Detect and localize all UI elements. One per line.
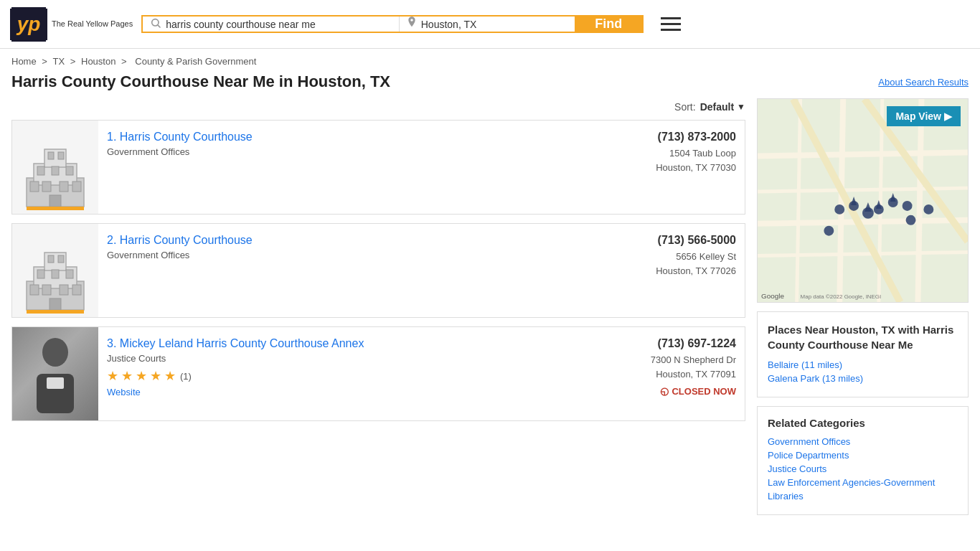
svg-rect-29 bbox=[27, 310, 84, 314]
svg-rect-6 bbox=[42, 182, 51, 192]
hamburger-line bbox=[661, 29, 681, 31]
svg-rect-19 bbox=[30, 285, 39, 295]
svg-rect-10 bbox=[52, 166, 59, 175]
logo-area: yp The Real Yellow Pages bbox=[11, 7, 133, 42]
map-svg: Google Map data ©2022 Google, INEGI bbox=[758, 99, 968, 302]
sidebar: Google Map data ©2022 Google, INEGI Map … bbox=[757, 98, 969, 515]
breadcrumb-category: County & Parish Government bbox=[135, 56, 256, 67]
map-view-arrow-icon: ▶ bbox=[944, 110, 952, 122]
svg-rect-23 bbox=[37, 270, 44, 278]
result-right-1: (713) 873-2000 1504 Taub Loop Houston, T… bbox=[616, 121, 745, 214]
svg-point-55 bbox=[834, 204, 844, 215]
result-name-link-3[interactable]: 3. Mickey Leland Harris County Courthous… bbox=[107, 337, 364, 349]
related-link-2[interactable]: Justice Courts bbox=[768, 463, 958, 474]
svg-point-53 bbox=[906, 215, 916, 225]
svg-rect-27 bbox=[58, 255, 64, 263]
nearby-title: Places Near Houston, TX with Harris Coun… bbox=[768, 322, 958, 352]
svg-point-54 bbox=[824, 226, 834, 236]
svg-line-34 bbox=[758, 152, 968, 156]
result-name-1: Harris County Courthouse bbox=[120, 131, 253, 143]
result-phone-3[interactable]: (713) 697-1224 bbox=[624, 337, 736, 350]
nearby-distance-0: (11 miles) bbox=[801, 359, 842, 370]
svg-line-36 bbox=[758, 220, 968, 224]
svg-rect-7 bbox=[60, 182, 68, 192]
result-number-1: 1. bbox=[107, 131, 116, 143]
breadcrumb-home[interactable]: Home bbox=[11, 56, 37, 67]
about-search-results-link[interactable]: About Search Results bbox=[878, 77, 969, 88]
svg-text:Map data ©2022 Google, INEGI: Map data ©2022 Google, INEGI bbox=[801, 293, 882, 300]
related-title: Related Categories bbox=[768, 417, 958, 429]
result-category-2: Government Offices bbox=[107, 250, 607, 260]
nearby-name-1: Galena Park bbox=[768, 373, 819, 384]
location-input[interactable] bbox=[421, 19, 567, 30]
location-icon bbox=[407, 17, 417, 32]
title-row: Harris County Courthouse Near Me in Hous… bbox=[0, 70, 980, 98]
svg-line-1 bbox=[158, 25, 160, 27]
breadcrumb: Home > TX > Houston > County & Parish Go… bbox=[0, 49, 980, 70]
map-area[interactable]: Google Map data ©2022 Google, INEGI Map … bbox=[757, 98, 969, 303]
star-5-half: ★ bbox=[164, 368, 176, 384]
result-card-3: 3. Mickey Leland Harris County Courthous… bbox=[11, 326, 745, 421]
search-input[interactable] bbox=[166, 19, 392, 30]
yp-tagline: The Real Yellow Pages bbox=[52, 19, 133, 29]
star-1: ★ bbox=[107, 368, 118, 384]
nearby-link-0[interactable]: Bellaire (11 miles) bbox=[768, 359, 958, 370]
related-link-0[interactable]: Government Offices bbox=[768, 436, 958, 447]
svg-rect-12 bbox=[48, 152, 54, 159]
svg-rect-5 bbox=[30, 182, 39, 192]
result-address-1: 1504 Taub Loop Houston, TX 77030 bbox=[624, 146, 736, 174]
breadcrumb-sep: > bbox=[42, 56, 50, 67]
hamburger-line bbox=[661, 23, 681, 25]
results-list: Sort: Default ▼ bbox=[11, 98, 745, 515]
page-title: Harris County Courthouse Near Me in Hous… bbox=[11, 72, 390, 91]
map-view-button[interactable]: Map View ▶ bbox=[887, 106, 961, 126]
result-card-1: 1. Harris County Courthouse Government O… bbox=[11, 120, 745, 215]
result-photo-3 bbox=[12, 327, 98, 420]
find-button[interactable]: Find bbox=[575, 17, 642, 32]
breadcrumb-sep: > bbox=[121, 56, 129, 67]
related-link-3[interactable]: Law Enforcement Agencies-Government bbox=[768, 477, 958, 488]
result-body-1: 1. Harris County Courthouse Government O… bbox=[98, 121, 616, 214]
hamburger-menu[interactable] bbox=[661, 17, 681, 31]
person-silhouette bbox=[27, 334, 84, 413]
result-phone-2[interactable]: (713) 566-5000 bbox=[624, 234, 736, 247]
result-number-3: 3. bbox=[107, 337, 116, 349]
svg-rect-14 bbox=[50, 195, 61, 207]
sort-chevron-icon[interactable]: ▼ bbox=[737, 102, 745, 112]
result-name-2: Harris County Courthouse bbox=[120, 234, 253, 246]
svg-rect-15 bbox=[27, 207, 84, 210]
breadcrumb-city[interactable]: Houston bbox=[81, 56, 116, 67]
result-name-link-1[interactable]: 1. Harris County Courthouse bbox=[107, 131, 253, 143]
search-icon bbox=[150, 17, 161, 31]
star-2: ★ bbox=[121, 368, 133, 384]
logo-box: yp bbox=[11, 7, 46, 42]
sort-row: Sort: Default ▼ bbox=[11, 98, 745, 120]
result-image-1 bbox=[12, 121, 98, 214]
result-right-3: (713) 697-1224 7300 N Shepherd Dr Housto… bbox=[616, 327, 745, 420]
search-bar: Find bbox=[141, 15, 644, 33]
result-closed-badge-3: ◵ CLOSED NOW bbox=[624, 385, 736, 397]
result-website-3[interactable]: Website bbox=[107, 387, 141, 397]
result-name-link-2[interactable]: 2. Harris County Courthouse bbox=[107, 234, 253, 246]
result-address-3: 7300 N Shepherd Dr Houston, TX 77091 bbox=[624, 353, 736, 381]
svg-rect-26 bbox=[48, 255, 54, 263]
svg-line-41 bbox=[918, 99, 921, 302]
related-link-1[interactable]: Police Departments bbox=[768, 450, 958, 461]
svg-rect-28 bbox=[50, 298, 61, 310]
svg-rect-24 bbox=[52, 270, 59, 278]
sort-value[interactable]: Default bbox=[700, 101, 734, 113]
result-phone-1[interactable]: (713) 873-2000 bbox=[624, 131, 736, 143]
nearby-link-1[interactable]: Galena Park (13 miles) bbox=[768, 373, 958, 384]
breadcrumb-state[interactable]: TX bbox=[53, 56, 65, 67]
map-view-label: Map View bbox=[895, 110, 941, 122]
search-query-wrap bbox=[143, 17, 400, 32]
nearby-distance-1: (13 miles) bbox=[822, 373, 863, 384]
result-right-2: (713) 566-5000 5656 Kelley St Houston, T… bbox=[616, 224, 745, 317]
svg-point-30 bbox=[42, 338, 68, 367]
result-name-3: Mickey Leland Harris County Courthouse A… bbox=[120, 337, 364, 349]
related-link-4[interactable]: Libraries bbox=[768, 491, 958, 501]
svg-rect-32 bbox=[47, 377, 64, 389]
review-count-3[interactable]: (1) bbox=[180, 371, 192, 382]
result-card-2: 2. Harris County Courthouse Government O… bbox=[11, 223, 745, 318]
result-number-2: 2. bbox=[107, 234, 116, 246]
